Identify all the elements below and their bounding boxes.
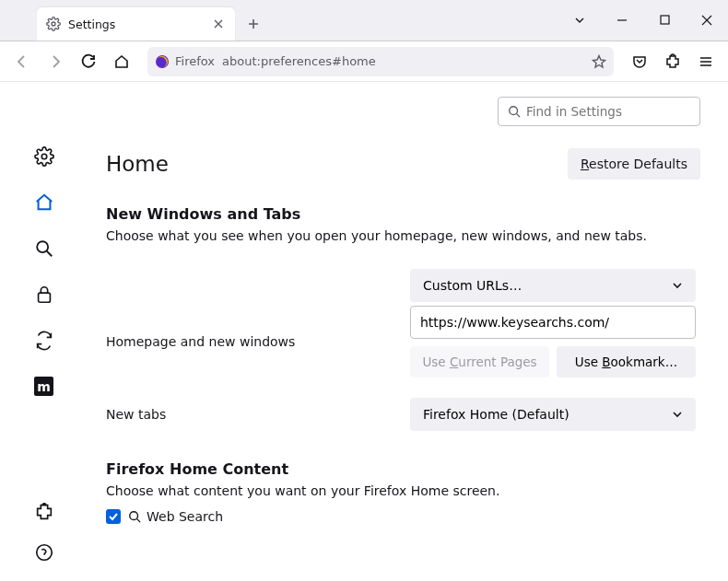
pocket-button[interactable] <box>625 47 654 76</box>
app-menu-button[interactable] <box>691 47 721 76</box>
section-home-content-heading: Firefox Home Content <box>106 460 700 478</box>
section-home-content-desc: Choose what content you want on your Fir… <box>106 483 700 498</box>
page-title: Home <box>106 152 169 176</box>
chevron-down-icon <box>672 409 683 420</box>
search-icon <box>128 510 141 523</box>
svg-point-4 <box>37 241 48 252</box>
newtabs-mode-select[interactable]: Firefox Home (Default) <box>410 398 696 431</box>
newtabs-label: New tabs <box>106 407 410 422</box>
homepage-url-input[interactable] <box>410 306 696 339</box>
svg-rect-5 <box>38 293 50 302</box>
sidebar-help-icon[interactable] <box>34 542 54 563</box>
homepage-label: Homepage and new windows <box>106 334 410 349</box>
browser-navbar: Firefox about:preferences#home <box>0 41 728 82</box>
svg-point-0 <box>52 22 55 26</box>
settings-sidebar: m <box>0 82 88 581</box>
close-window-button[interactable] <box>686 0 728 41</box>
window-titlebar: Settings <box>0 0 728 41</box>
sidebar-general-icon[interactable] <box>34 146 54 167</box>
section-new-windows-desc: Choose what you see when you open your h… <box>106 228 700 243</box>
use-current-pages-button: Use Current Pages <box>410 346 549 378</box>
restore-defaults-button[interactable]: Restore Defaults <box>568 148 700 180</box>
bookmark-star-icon[interactable] <box>592 54 606 69</box>
homepage-mode-select[interactable]: Custom URLs… <box>410 269 696 302</box>
url-bar[interactable]: Firefox about:preferences#home <box>147 47 614 76</box>
browser-tab[interactable]: Settings <box>37 7 235 41</box>
sidebar-privacy-icon[interactable] <box>34 285 54 305</box>
back-button[interactable] <box>7 47 37 76</box>
settings-main: Home Restore Defaults New Windows and Ta… <box>88 82 728 581</box>
svg-point-6 <box>36 545 52 561</box>
sidebar-more-icon[interactable]: m <box>34 377 53 396</box>
gear-icon <box>46 17 61 31</box>
urlbar-identity-label: Firefox <box>175 54 215 68</box>
reload-button[interactable] <box>74 47 103 76</box>
firefox-icon <box>155 54 170 69</box>
minimize-window-button[interactable] <box>601 0 643 41</box>
newtabs-mode-value: Firefox Home (Default) <box>423 407 569 422</box>
maximize-window-button[interactable] <box>643 0 686 41</box>
forward-button[interactable] <box>41 47 70 76</box>
svg-point-7 <box>510 107 518 115</box>
svg-point-3 <box>41 154 47 159</box>
web-search-checkbox[interactable] <box>106 509 121 524</box>
close-tab-button[interactable] <box>211 17 226 31</box>
tab-dropdown-button[interactable] <box>558 0 601 41</box>
home-nav-button[interactable] <box>107 47 136 76</box>
tab-title: Settings <box>68 17 211 31</box>
sidebar-home-icon[interactable] <box>34 192 54 213</box>
sidebar-extensions-icon[interactable] <box>34 502 54 522</box>
content-area: m Home Restore Defaults New Windows and … <box>0 82 728 581</box>
web-search-label: Web Search <box>128 509 223 524</box>
section-new-windows-heading: New Windows and Tabs <box>106 205 700 223</box>
urlbar-address: about:preferences#home <box>222 54 586 68</box>
sidebar-search-icon[interactable] <box>34 238 54 259</box>
search-icon <box>508 105 521 118</box>
find-in-settings[interactable] <box>498 97 700 126</box>
svg-point-8 <box>130 512 138 520</box>
svg-rect-1 <box>661 16 669 24</box>
extensions-button[interactable] <box>658 47 687 76</box>
sidebar-sync-icon[interactable] <box>34 331 54 351</box>
chevron-down-icon <box>672 280 683 291</box>
find-in-settings-input[interactable] <box>526 104 690 119</box>
new-tab-button[interactable] <box>241 11 266 37</box>
use-bookmark-button[interactable]: Use Bookmark… <box>557 346 696 378</box>
homepage-mode-value: Custom URLs… <box>423 278 522 293</box>
